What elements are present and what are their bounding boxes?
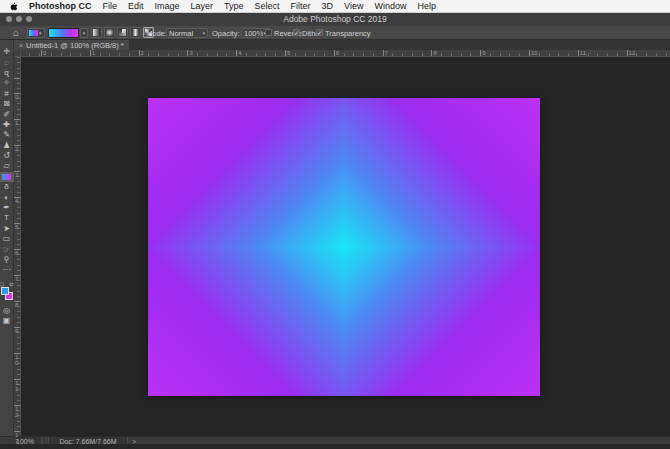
menu-item-type[interactable]: Type	[224, 1, 244, 11]
linear-gradient-button[interactable]	[91, 27, 102, 38]
marquee-tool-icon: ◌	[4, 58, 9, 68]
marquee-tool[interactable]: ◌	[0, 57, 14, 67]
menu-item-filter[interactable]: Filter	[291, 1, 311, 11]
reverse-checkbox[interactable]	[265, 29, 272, 36]
menu-item-view[interactable]: View	[344, 1, 363, 11]
frame-tool[interactable]: ⊠	[0, 99, 14, 109]
v-ruler-label: 12	[15, 406, 21, 418]
frame-tool-icon: ⊠	[3, 99, 10, 109]
history-brush-tool[interactable]: ↺	[0, 151, 14, 161]
shape-tool[interactable]: ▭	[0, 234, 14, 244]
path-selection-tool[interactable]: ➤	[0, 224, 14, 234]
dodge-tool[interactable]: ◐	[0, 192, 14, 202]
gradient-quadrant-bottom-left	[148, 247, 344, 396]
gradient-tool[interactable]	[0, 172, 14, 182]
tool-preset-picker[interactable]: ▾	[27, 28, 45, 38]
window-title: Adobe Photoshop CC 2019	[0, 13, 670, 26]
chevron-down-icon: ▾	[83, 31, 86, 36]
swap-colors-icon[interactable]: ⇄	[9, 281, 13, 287]
hand-tool[interactable]: ☞	[0, 244, 14, 254]
crop-tool[interactable]: #	[0, 89, 14, 99]
gradient-editor-preview[interactable]	[48, 28, 79, 38]
gradient-quadrant-bottom-right	[344, 247, 540, 396]
quick-mask-button[interactable]: ◎	[0, 306, 14, 316]
gradient-picker-dropdown[interactable]: ▾	[80, 28, 88, 38]
pasteboard	[21, 57, 670, 436]
menu-item-layer[interactable]: Layer	[191, 1, 214, 11]
pen-tool-icon: ✒	[3, 203, 10, 213]
eraser-tool[interactable]: ▱	[0, 161, 14, 171]
reflected-gradient-icon	[132, 29, 139, 36]
menu-item-select[interactable]: Select	[255, 1, 280, 11]
window-bottom-edge	[0, 444, 670, 449]
magic-wand-tool[interactable]: ✧	[0, 78, 14, 88]
lasso-tool[interactable]: ɋ	[0, 68, 14, 78]
shape-tool-icon: ▭	[3, 234, 11, 244]
hand-tool-icon: ☞	[3, 245, 10, 255]
apple-menu[interactable]	[10, 2, 18, 11]
healing-brush-tool-icon: ✚	[3, 120, 10, 130]
menu-item-file[interactable]: File	[103, 1, 118, 11]
gradient-quadrant-top-left	[148, 98, 344, 247]
gradient-type-buttons	[91, 27, 154, 38]
menu-item-window[interactable]: Window	[374, 1, 406, 11]
history-brush-tool-icon: ↺	[3, 151, 10, 161]
h-ruler-label: 11	[580, 50, 586, 57]
mode-select[interactable]: Normal ▾	[166, 28, 208, 38]
pen-tool[interactable]: ✒	[0, 203, 14, 213]
angle-gradient-button[interactable]	[117, 27, 128, 38]
screen-mode-button[interactable]: ▣	[0, 316, 14, 326]
quick-mask-icon: ◎	[3, 306, 10, 316]
v-ruler-label: 5	[15, 224, 21, 230]
magic-wand-tool-icon: ✧	[3, 78, 10, 88]
eyedropper-tool-icon: ✐	[3, 110, 10, 120]
screen-mode-icon: ▣	[3, 316, 11, 326]
menu-item-photoshop-cc[interactable]: Photoshop CC	[29, 1, 92, 11]
v-ruler-label: 8	[15, 302, 21, 308]
path-selection-tool-icon: ➤	[3, 224, 10, 234]
tab-title: Untitled-1 @ 100% (RGB/8) *	[26, 41, 124, 50]
gradient-quadrant-top-right	[344, 98, 540, 247]
blur-tool[interactable]: δ	[0, 182, 14, 192]
macos-menu-bar: Photoshop CC FileEditImageLayerTypeSelec…	[0, 0, 670, 13]
v-ruler-label: 11	[15, 380, 21, 392]
opacity-label: Opacity:	[212, 29, 240, 38]
type-tool-icon: T	[4, 213, 9, 223]
transparency-checkbox[interactable]: ✓	[316, 29, 323, 36]
ruler-origin-corner[interactable]	[14, 50, 21, 57]
horizontal-ruler[interactable]: 0123456789101112	[14, 50, 670, 57]
mode-value: Normal	[169, 29, 193, 38]
v-ruler-label: 9	[15, 328, 21, 334]
document-tab[interactable]: × Untitled-1 @ 100% (RGB/8) *	[14, 40, 129, 50]
dither-checkbox[interactable]: ✓	[293, 29, 300, 36]
zoom-tool[interactable]: ⚲	[0, 255, 14, 265]
clone-stamp-tool[interactable]: ♟	[0, 141, 14, 151]
menu-item-3d[interactable]: 3D	[322, 1, 334, 11]
type-tool[interactable]: T	[0, 213, 14, 223]
move-tool[interactable]: ✛	[0, 47, 14, 57]
vertical-ruler[interactable]: 012345678910111213	[14, 57, 21, 436]
menu-item-help[interactable]: Help	[417, 1, 436, 11]
clone-stamp-tool-icon: ♟	[3, 141, 10, 151]
brush-tool[interactable]: ✎	[0, 130, 14, 140]
h-ruler-label: 9	[482, 50, 485, 57]
eyedropper-tool[interactable]: ✐	[0, 109, 14, 119]
brush-tool-icon: ✎	[3, 130, 10, 140]
foreground-color-swatch[interactable]	[1, 287, 9, 295]
h-ruler-label: 8	[433, 50, 436, 57]
v-ruler-label: 7	[15, 276, 21, 282]
home-icon[interactable]: ⌂	[13, 27, 19, 39]
menu-item-image[interactable]: Image	[155, 1, 180, 11]
document-canvas[interactable]	[148, 98, 540, 396]
edit-toolbar-button[interactable]: ⋯	[0, 265, 14, 275]
reflected-gradient-button[interactable]	[130, 27, 141, 38]
dodge-tool-icon: ◐	[4, 193, 9, 203]
healing-brush-tool[interactable]: ✚	[0, 120, 14, 130]
apple-icon	[10, 2, 18, 11]
angle-gradient-icon	[119, 29, 126, 36]
radial-gradient-button[interactable]	[104, 27, 115, 38]
h-ruler-label: 5	[287, 50, 290, 57]
tab-close-icon[interactable]: ×	[19, 42, 23, 49]
menu-item-edit[interactable]: Edit	[128, 1, 144, 11]
blur-tool-icon: δ	[4, 182, 8, 192]
